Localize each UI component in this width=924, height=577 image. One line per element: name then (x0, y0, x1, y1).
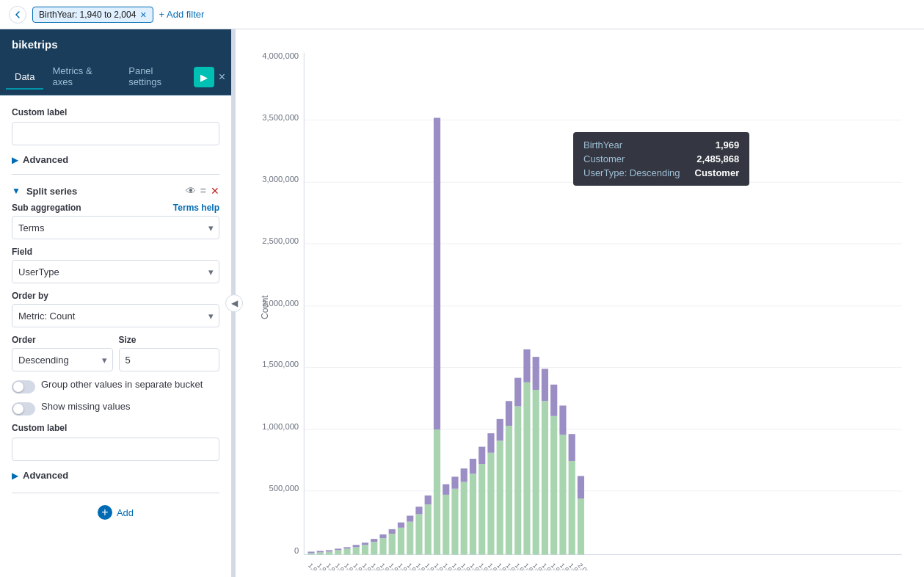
order-by-select[interactable]: Metric: Count Alphabetical (12, 304, 219, 327)
sub-agg-label: Sub aggregation (12, 203, 81, 213)
svg-text:2,500,000: 2,500,000 (262, 236, 299, 245)
split-series-equals-icon[interactable]: = (200, 185, 206, 197)
svg-rect-50 (443, 485, 449, 495)
collapse-panel-button[interactable]: ◀ (225, 294, 243, 312)
svg-rect-63 (506, 426, 512, 555)
svg-rect-33 (371, 542, 377, 554)
svg-text:0: 0 (294, 546, 299, 555)
advanced-top-chevron: ▶ (12, 155, 18, 165)
main-layout: biketrips Data Metrics & axes Panel sett… (0, 29, 924, 577)
svg-rect-25 (335, 550, 341, 554)
field-select-wrapper: UserType BirthYear Customer (12, 260, 219, 283)
field-select[interactable]: UserType BirthYear Customer (12, 260, 219, 283)
svg-rect-79 (578, 498, 584, 555)
group-other-toggle[interactable] (12, 380, 35, 393)
field-label-row: Field (12, 247, 219, 257)
order-by-select-wrapper: Metric: Count Alphabetical (12, 304, 219, 327)
svg-rect-54 (461, 468, 468, 482)
split-series-chevron[interactable]: ▼ (12, 186, 21, 196)
svg-text:1,500,000: 1,500,000 (262, 360, 299, 369)
sub-agg-select[interactable]: Terms Filters Date histogram (12, 216, 219, 239)
filter-chip[interactable]: BirthYear: 1,940 to 2,004 × (32, 7, 153, 23)
svg-rect-37 (389, 534, 396, 555)
advanced-bottom-header[interactable]: ▶ Advanced (12, 461, 219, 487)
terms-help-link[interactable]: Terms help (173, 203, 219, 213)
custom-label-bottom-input[interactable] (12, 438, 219, 461)
svg-text:3,000,000: 3,000,000 (262, 175, 299, 184)
svg-rect-64 (506, 401, 512, 426)
advanced-top-title: Advanced (23, 154, 68, 165)
svg-text:500,000: 500,000 (269, 484, 299, 493)
split-series-eye-icon[interactable]: 👁 (186, 185, 196, 197)
svg-rect-27 (343, 548, 350, 554)
group-other-toggle-row: Group other values in separate bucket (12, 379, 219, 393)
svg-rect-45 (425, 504, 432, 554)
svg-rect-28 (343, 547, 350, 548)
svg-rect-56 (470, 459, 476, 473)
filter-chip-close[interactable]: × (140, 9, 146, 21)
svg-rect-34 (371, 539, 377, 542)
svg-rect-21 (317, 552, 324, 554)
filter-chip-text: BirthYear: 1,940 to 2,004 (39, 10, 136, 20)
advanced-bottom-chevron: ▶ (12, 471, 18, 481)
order-select[interactable]: Descending Ascending (12, 348, 113, 371)
show-missing-toggle-row: Show missing values (12, 401, 219, 415)
split-series-header: ▼ Split series 👁 = ✕ (12, 178, 219, 203)
svg-rect-24 (326, 550, 332, 551)
svg-rect-46 (425, 496, 432, 504)
add-filter-button[interactable]: + Add filter (159, 9, 205, 20)
size-label: Size (119, 335, 220, 345)
custom-label-top-label: Custom label (12, 107, 219, 117)
tab-data[interactable]: Data (6, 65, 43, 90)
close-panel-button[interactable]: × (219, 70, 225, 84)
svg-rect-76 (559, 405, 566, 435)
svg-rect-78 (569, 434, 575, 461)
add-plus-icon: + (98, 505, 112, 520)
svg-rect-43 (415, 514, 422, 554)
svg-rect-68 (523, 349, 530, 382)
size-input[interactable] (119, 348, 220, 371)
svg-rect-52 (451, 476, 458, 488)
svg-rect-66 (514, 378, 521, 407)
svg-text:3,500,000: 3,500,000 (262, 113, 299, 122)
svg-rect-62 (497, 419, 503, 441)
split-series-close-icon[interactable]: ✕ (211, 185, 219, 197)
svg-rect-73 (550, 416, 557, 555)
run-button[interactable]: ▶ (194, 67, 214, 87)
custom-label-top-input[interactable] (12, 122, 219, 145)
tooltip-birthyear-value: 1,969 (716, 139, 740, 150)
chart-tooltip: BirthYear 1,969 Customer 2,485,868 UserT… (573, 132, 749, 186)
svg-rect-38 (389, 529, 396, 534)
tooltip-usertype-label: UserType: Descending (583, 167, 680, 178)
order-by-label-row: Order by (12, 291, 219, 301)
order-by-label: Order by (12, 291, 48, 301)
add-button[interactable]: + Add (98, 499, 134, 526)
tooltip-usertype-value: Customer (695, 167, 740, 178)
custom-label-bottom-label: Custom label (12, 423, 219, 433)
svg-rect-72 (542, 369, 548, 401)
panel-title: biketrips (0, 29, 231, 59)
svg-rect-49 (443, 495, 449, 555)
show-missing-toggle[interactable] (12, 402, 35, 415)
filter-bar: BirthYear: 1,940 to 2,004 × + Add filter (0, 0, 924, 29)
sub-agg-label-row: Sub aggregation Terms help (12, 203, 219, 213)
divider-1 (12, 174, 219, 175)
advanced-top-header[interactable]: ▶ Advanced (12, 145, 219, 171)
group-other-label: Group other values in separate bucket (41, 379, 203, 390)
svg-rect-75 (559, 435, 566, 554)
back-button[interactable] (9, 6, 26, 23)
svg-rect-35 (379, 538, 386, 554)
svg-text:Count: Count (260, 295, 270, 319)
svg-rect-42 (407, 515, 413, 521)
svg-text:4,000,000: 4,000,000 (262, 51, 299, 60)
order-size-row: Order Descending Ascending Size (12, 335, 219, 371)
tooltip-birthyear-label: BirthYear (583, 139, 622, 150)
chart-area: ◀ BirthYear 1,969 Customer 2,485,868 Use… (236, 29, 924, 577)
svg-rect-71 (542, 401, 548, 554)
left-panel: biketrips Data Metrics & axes Panel sett… (0, 29, 231, 577)
panel-tabs: Data Metrics & axes Panel settings ▶ × (0, 59, 231, 95)
order-label: Order (12, 335, 113, 345)
tab-metrics-axes[interactable]: Metrics & axes (43, 59, 120, 95)
tab-panel-settings[interactable]: Panel settings (120, 59, 193, 95)
svg-rect-74 (550, 385, 557, 416)
